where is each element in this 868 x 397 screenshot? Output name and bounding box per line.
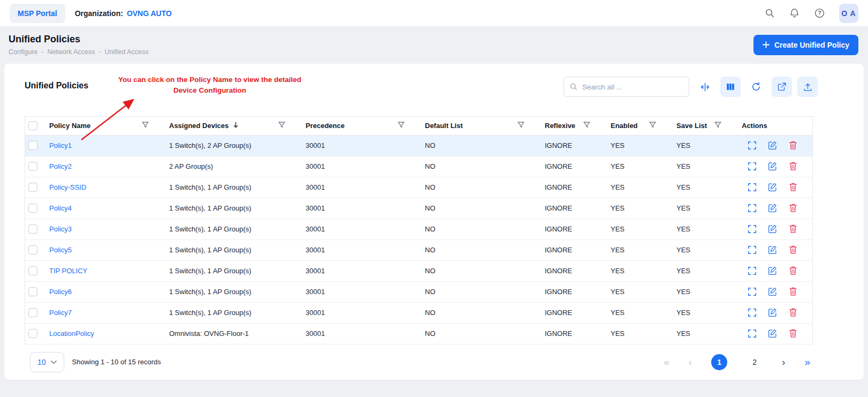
- edit-policy-icon[interactable]: [766, 201, 780, 215]
- save-list-cell: YES: [676, 323, 742, 344]
- delete-policy-icon[interactable]: [786, 138, 800, 152]
- previous-page-icon[interactable]: ‹: [689, 357, 692, 367]
- row-checkbox[interactable]: [28, 308, 37, 317]
- edit-policy-icon[interactable]: [766, 222, 780, 236]
- expand-policy-icon[interactable]: [745, 139, 759, 153]
- policy-name-link[interactable]: Policy-SSID: [49, 183, 86, 191]
- policy-name-link[interactable]: Policy6: [49, 288, 72, 296]
- filter-icon[interactable]: [278, 122, 285, 130]
- enabled-cell: YES: [611, 135, 676, 156]
- organization: Organization: OVNG AUTO: [75, 9, 172, 18]
- expand-policy-icon[interactable]: [745, 264, 759, 278]
- page-2-button[interactable]: 2: [747, 354, 763, 370]
- column-header-actions: Actions: [742, 122, 767, 130]
- column-header-enabled[interactable]: Enabled: [611, 122, 638, 130]
- breadcrumb-item[interactable]: Network Access: [47, 48, 95, 56]
- edit-policy-icon[interactable]: [766, 181, 780, 194]
- search-input[interactable]: [582, 83, 683, 91]
- refresh-button[interactable]: [746, 77, 766, 97]
- expand-policy-icon[interactable]: [745, 201, 759, 215]
- resize-columns-button[interactable]: [695, 77, 715, 97]
- filter-icon[interactable]: [583, 122, 590, 130]
- reflexive-cell: IGNORE: [545, 156, 611, 177]
- policy-name-link[interactable]: Policy2: [49, 162, 72, 170]
- row-checkbox[interactable]: [28, 141, 37, 150]
- delete-policy-icon[interactable]: [786, 264, 800, 278]
- expand-policy-icon[interactable]: [745, 181, 759, 194]
- upload-button[interactable]: [797, 77, 818, 97]
- search-icon[interactable]: [765, 8, 775, 18]
- edit-policy-icon[interactable]: [766, 285, 780, 299]
- policy-name-link[interactable]: Policy7: [49, 309, 72, 317]
- columns-button[interactable]: [720, 77, 741, 97]
- expand-policy-icon[interactable]: [745, 160, 759, 174]
- expand-policy-icon[interactable]: [745, 327, 759, 341]
- row-checkbox[interactable]: [28, 266, 37, 275]
- row-checkbox[interactable]: [28, 183, 37, 192]
- next-page-icon[interactable]: ›: [782, 357, 785, 367]
- first-page-icon[interactable]: «: [664, 357, 669, 367]
- help-icon[interactable]: ?: [814, 8, 825, 19]
- edit-policy-icon[interactable]: [766, 327, 780, 341]
- precedence-cell: 30001: [306, 198, 425, 219]
- expand-policy-icon[interactable]: [745, 243, 759, 257]
- filter-icon[interactable]: [714, 122, 721, 130]
- delete-policy-icon[interactable]: [786, 243, 800, 257]
- user-avatar[interactable]: O A: [839, 4, 858, 23]
- filter-icon[interactable]: [142, 122, 149, 130]
- edit-policy-icon[interactable]: [766, 243, 780, 257]
- select-all-checkbox[interactable]: [28, 121, 37, 130]
- column-header-policy-name[interactable]: Policy Name: [49, 122, 90, 130]
- expand-policy-icon[interactable]: [745, 285, 759, 299]
- row-checkbox[interactable]: [28, 224, 37, 234]
- row-checkbox[interactable]: [28, 245, 37, 254]
- delete-policy-icon[interactable]: [786, 305, 800, 319]
- policy-name-link[interactable]: Policy5: [49, 246, 72, 254]
- delete-policy-icon[interactable]: [786, 222, 800, 236]
- row-checkbox[interactable]: [28, 329, 37, 338]
- sort-desc-icon[interactable]: [233, 122, 239, 130]
- precedence-cell: 30001: [306, 260, 425, 281]
- reflexive-cell: IGNORE: [545, 219, 611, 239]
- column-header-save-list[interactable]: Save List: [676, 122, 707, 130]
- column-header-reflexive[interactable]: Reflexive: [545, 122, 575, 130]
- precedence-cell: 30001: [306, 281, 425, 302]
- edit-policy-icon[interactable]: [766, 264, 780, 278]
- edit-policy-icon[interactable]: [766, 139, 780, 153]
- delete-policy-icon[interactable]: [786, 159, 800, 173]
- row-checkbox[interactable]: [28, 162, 37, 171]
- page-1-button[interactable]: 1: [711, 354, 727, 370]
- last-page-icon[interactable]: »: [804, 357, 810, 367]
- delete-policy-icon[interactable]: [786, 326, 800, 340]
- delete-policy-icon[interactable]: [786, 180, 800, 194]
- expand-policy-icon[interactable]: [745, 222, 759, 236]
- filter-icon[interactable]: [517, 122, 524, 130]
- policy-name-link[interactable]: Policy3: [49, 225, 72, 233]
- breadcrumb-item[interactable]: Configure: [9, 48, 37, 56]
- notifications-bell-icon[interactable]: [789, 8, 800, 19]
- policy-name-link[interactable]: Policy1: [49, 141, 72, 149]
- edit-policy-icon[interactable]: [766, 160, 780, 174]
- column-header-default-list[interactable]: Default List: [425, 122, 463, 130]
- organization-link[interactable]: OVNG AUTO: [127, 9, 172, 18]
- column-header-assigned-devices[interactable]: Assigned Devices: [169, 122, 229, 130]
- row-checkbox[interactable]: [28, 204, 37, 213]
- policy-name-link[interactable]: TIP POLICY: [49, 267, 87, 275]
- pagination: « ‹ 1 2 › »: [664, 354, 810, 370]
- export-button[interactable]: [772, 77, 792, 97]
- msp-portal-button[interactable]: MSP Portal: [10, 4, 65, 23]
- policy-name-link[interactable]: Policy4: [49, 204, 72, 212]
- breadcrumb: Configure-Network Access-Unified Access: [9, 48, 148, 56]
- policy-name-link[interactable]: LocationPolicy: [49, 329, 94, 338]
- breadcrumb-item[interactable]: Unified Access: [104, 48, 148, 56]
- delete-policy-icon[interactable]: [786, 201, 800, 215]
- expand-policy-icon[interactable]: [745, 306, 759, 320]
- row-checkbox[interactable]: [28, 287, 37, 296]
- filter-icon[interactable]: [649, 122, 656, 130]
- edit-policy-icon[interactable]: [766, 306, 780, 320]
- column-header-precedence[interactable]: Precedence: [306, 122, 345, 130]
- page-size-select[interactable]: 10: [30, 352, 64, 372]
- filter-icon[interactable]: [398, 122, 405, 130]
- create-unified-policy-button[interactable]: Create Unified Policy: [753, 35, 858, 55]
- delete-policy-icon[interactable]: [786, 284, 800, 298]
